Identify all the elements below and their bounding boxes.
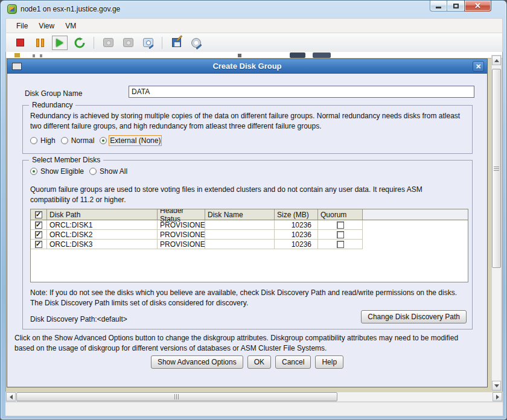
select-all-checkbox[interactable]	[35, 211, 42, 218]
background-window-fragment	[40, 54, 42, 57]
radio-show-eligible[interactable]: Show Eligible	[30, 167, 84, 176]
disk-table-scrollpane[interactable]: Disk Path Header Status Disk Name Size (…	[30, 209, 468, 282]
reset-button[interactable]	[72, 36, 88, 50]
toolbar	[5, 33, 503, 52]
column-header-size-mb[interactable]: Size (MB)	[275, 209, 318, 220]
chevron-up-icon	[494, 59, 499, 62]
scroll-up-button[interactable]	[492, 56, 501, 65]
disk-name-cell	[205, 240, 275, 249]
radio-selected-icon	[100, 137, 107, 144]
quorum-checkbox[interactable]	[337, 221, 344, 229]
revert-snapshot-icon	[123, 38, 133, 47]
close-icon: ✕	[476, 63, 481, 71]
maximize-button[interactable]	[447, 1, 464, 11]
edit-settings-button[interactable]	[168, 36, 184, 50]
install-tools-button[interactable]	[188, 36, 204, 50]
scroll-right-button[interactable]	[493, 392, 502, 401]
size-mb-cell: 10236	[275, 230, 318, 240]
power-on-button[interactable]	[52, 36, 68, 50]
horizontal-scrollbar-thumb[interactable]	[16, 392, 337, 401]
vmware-app-icon	[7, 4, 17, 14]
menu-view[interactable]: View	[33, 20, 60, 32]
pause-icon	[36, 39, 44, 47]
size-mb-cell: 10236	[275, 220, 318, 230]
row-filler	[363, 230, 468, 240]
dialog-close-button[interactable]: ✕	[473, 61, 484, 72]
help-button[interactable]: Help	[315, 355, 343, 369]
row-select-checkbox[interactable]	[35, 241, 42, 248]
chevron-down-icon	[494, 384, 499, 387]
select-member-disks-group: Select Member Disks Show Eligible Show A…	[22, 160, 473, 329]
menu-vm[interactable]: VM	[60, 20, 81, 32]
header-status-cell: PROVISIONED	[158, 220, 205, 230]
menu-file[interactable]: File	[11, 20, 33, 32]
radio-high[interactable]: High	[30, 136, 56, 145]
select-member-disks-legend: Select Member Disks	[29, 156, 103, 164]
radio-show-all[interactable]: Show All	[89, 167, 127, 176]
quorum-cell[interactable]	[318, 220, 363, 230]
close-icon: ✕	[474, 2, 481, 10]
scrollbar-grip	[174, 394, 179, 399]
scroll-down-button[interactable]	[492, 381, 501, 390]
revert-snapshot-button[interactable]	[120, 36, 136, 50]
row-select-cell[interactable]	[31, 240, 47, 249]
table-row[interactable]: ORCL:DISK1 PROVISIONED 10236	[31, 220, 468, 230]
create-disk-group-dialog: Create Disk Group ✕ Disk Group Name Redu…	[7, 59, 488, 387]
disk-path-cell: ORCL:DISK3	[47, 240, 158, 249]
close-button[interactable]: ✕	[464, 1, 491, 11]
dialog-button-row: Show Advanced Options OK Cancel Help	[7, 355, 487, 369]
take-snapshot-button[interactable]	[100, 36, 116, 50]
column-header-header-status[interactable]: Header Status	[158, 209, 205, 220]
show-advanced-options-button[interactable]: Show Advanced Options	[151, 355, 243, 369]
quorum-checkbox[interactable]	[337, 231, 344, 238]
header-status-cell: PROVISIONED	[158, 230, 205, 240]
toolbar-separator	[94, 37, 94, 49]
show-all-label: Show All	[100, 167, 127, 176]
cancel-button[interactable]: Cancel	[275, 355, 311, 369]
column-header-disk-path[interactable]: Disk Path	[47, 209, 158, 220]
vertical-scrollbar-thumb[interactable]	[492, 69, 501, 268]
quorum-cell[interactable]	[318, 230, 363, 240]
suspend-button[interactable]	[32, 36, 48, 50]
radio-normal-label: Normal	[71, 136, 95, 145]
window-titlebar: node1 on esx-n1.justice.gov.ge ✕	[1, 1, 507, 18]
ok-button[interactable]: OK	[247, 355, 271, 369]
snapshot-manager-button[interactable]	[140, 36, 156, 50]
vertical-scrollbar[interactable]	[491, 55, 502, 391]
row-select-cell[interactable]	[31, 230, 47, 240]
quorum-cell[interactable]	[318, 240, 363, 249]
radio-selected-icon	[30, 168, 37, 175]
chevron-left-icon	[10, 395, 13, 399]
row-filler	[363, 220, 468, 230]
show-eligible-label: Show Eligible	[40, 167, 84, 176]
horizontal-scrollbar[interactable]	[5, 392, 503, 402]
radio-icon	[89, 168, 97, 175]
row-select-checkbox[interactable]	[35, 231, 42, 238]
disk-discovery-path-label: Disk Discovery Path:<default>	[30, 315, 127, 323]
quorum-checkbox[interactable]	[337, 241, 344, 248]
size-mb-cell: 10236	[275, 240, 318, 249]
table-row[interactable]: ORCL:DISK3 PROVISIONED 10236	[31, 240, 468, 249]
background-window-fragment	[313, 52, 331, 58]
radio-normal[interactable]: Normal	[61, 136, 95, 145]
select-all-header-cell[interactable]	[31, 209, 47, 220]
disk-path-cell: ORCL:DISK1	[47, 220, 158, 230]
row-select-checkbox[interactable]	[35, 221, 42, 229]
header-status-cell: PROVISIONED	[158, 240, 205, 249]
disk-group-name-input[interactable]	[129, 86, 474, 98]
edit-settings-icon	[172, 38, 181, 47]
radio-external-none[interactable]: External (None)	[100, 136, 161, 145]
row-filler	[363, 240, 468, 249]
column-header-disk-name[interactable]: Disk Name	[205, 209, 275, 220]
dialog-titlebar[interactable]: Create Disk Group ✕	[7, 59, 487, 74]
power-off-button[interactable]	[12, 36, 28, 50]
change-disk-discovery-path-button[interactable]: Change Disk Discovery Path	[361, 310, 467, 323]
row-select-cell[interactable]	[31, 220, 47, 230]
scrollbar-grip	[494, 166, 499, 171]
disk-table-header: Disk Path Header Status Disk Name Size (…	[31, 209, 468, 220]
minimize-button[interactable]	[430, 1, 447, 11]
column-header-quorum[interactable]: Quorum	[318, 209, 363, 220]
table-row[interactable]: ORCL:DISK2 PROVISIONED 10236	[31, 230, 468, 240]
scroll-left-button[interactable]	[6, 392, 16, 401]
disk-name-cell	[205, 220, 275, 230]
